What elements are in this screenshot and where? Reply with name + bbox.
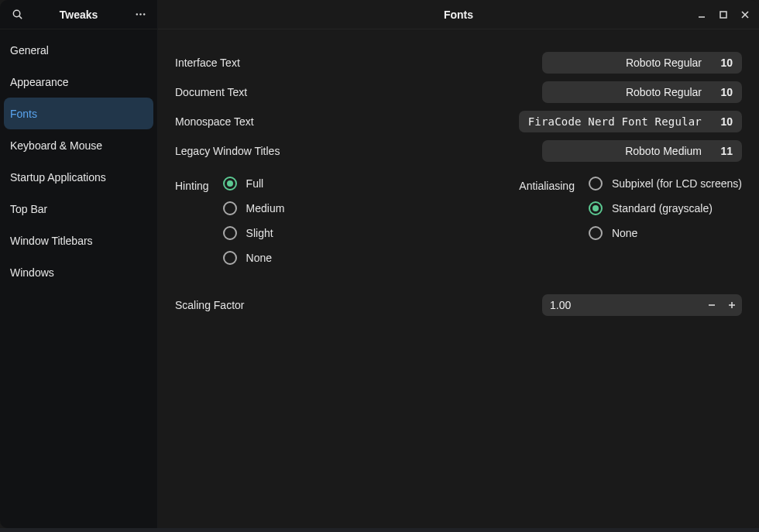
sidebar-list: GeneralAppearanceFontsKeyboard & MouseSt… [0, 29, 157, 288]
font-name: Roboto Regular [626, 57, 702, 69]
plus-icon [727, 300, 737, 310]
radio-section: Hinting FullMediumSlightNone Antialiasin… [175, 177, 742, 265]
window-close-button[interactable] [734, 4, 756, 26]
radio-label: Subpixel (for LCD screens) [612, 177, 742, 190]
svg-line-1 [19, 16, 21, 19]
sidebar-item-label: Windows [10, 266, 54, 279]
font-name: Roboto Medium [625, 145, 702, 157]
window-minimize-icon [696, 9, 707, 20]
hinting-group: FullMediumSlightNone [223, 177, 285, 265]
font-selector-button[interactable]: Roboto Regular10 [542, 81, 742, 103]
sidebar-item-label: General [10, 44, 49, 57]
font-size: 11 [719, 145, 733, 157]
font-selector-button[interactable]: Roboto Regular10 [542, 52, 742, 74]
sidebar-item-label: Startup Applications [10, 171, 106, 184]
scaling-increment-button[interactable] [722, 294, 742, 316]
antialiasing-option[interactable]: None [589, 226, 742, 240]
radio-icon [223, 226, 237, 240]
hinting-option[interactable]: Full [223, 177, 285, 190]
font-name: Roboto Regular [626, 86, 702, 98]
main-pane: Fonts Interface TextRoboto Regular10Docu… [158, 0, 759, 528]
font-row-label: Legacy Window Titles [175, 145, 280, 157]
radio-label: Full [246, 177, 264, 190]
svg-rect-6 [720, 12, 726, 18]
radio-label: Standard (grayscale) [612, 202, 713, 215]
sidebar-item-startup-applications[interactable]: Startup Applications [4, 161, 153, 193]
scaling-factor-value: 1.00 [550, 299, 702, 311]
sidebar-item-label: Fonts [10, 108, 37, 120]
search-icon [12, 9, 23, 20]
search-button[interactable] [6, 4, 28, 26]
radio-label: None [612, 227, 637, 239]
sidebar-item-label: Appearance [10, 76, 69, 88]
more-icon [135, 9, 146, 20]
font-row: Monospace TextFiraCode Nerd Font Regular… [175, 107, 742, 136]
font-size: 10 [719, 86, 733, 98]
svg-point-3 [139, 13, 141, 15]
font-size: 10 [719, 115, 733, 128]
antialiasing-option[interactable]: Subpixel (for LCD screens) [589, 177, 742, 190]
font-selector-button[interactable]: Roboto Medium11 [542, 140, 742, 162]
hinting-option[interactable]: None [223, 251, 285, 265]
hinting-option[interactable]: Slight [223, 226, 285, 240]
radio-label: None [246, 252, 272, 264]
sidebar-item-windows[interactable]: Windows [4, 256, 153, 288]
scaling-row: Scaling Factor 1.00 [175, 294, 742, 316]
antialiasing-option[interactable]: Standard (grayscale) [589, 201, 742, 215]
svg-point-2 [136, 13, 137, 15]
content: Interface TextRoboto Regular10Document T… [158, 29, 759, 316]
sidebar-item-fonts[interactable]: Fonts [4, 98, 153, 129]
window-close-icon [740, 9, 750, 20]
minus-icon [707, 300, 716, 310]
hinting-column: Hinting FullMediumSlightNone [175, 177, 284, 265]
font-selector-button[interactable]: FiraCode Nerd Font Regular10 [519, 111, 742, 132]
sidebar-item-label: Window Titlebars [10, 235, 93, 247]
font-row: Legacy Window TitlesRoboto Medium11 [175, 136, 742, 166]
sidebar-header: Tweaks [0, 0, 157, 29]
sidebar-item-keyboard-mouse[interactable]: Keyboard & Mouse [4, 129, 153, 161]
font-size: 10 [719, 57, 733, 69]
page-title: Fonts [444, 9, 473, 21]
antialiasing-label: Antialiasing [519, 177, 575, 192]
radio-label: Medium [246, 202, 285, 215]
font-row-label: Document Text [175, 86, 247, 98]
window-maximize-icon [718, 9, 729, 20]
more-button[interactable] [129, 4, 151, 26]
radio-icon [223, 177, 237, 190]
radio-icon [589, 177, 603, 190]
font-row-label: Monospace Text [175, 115, 254, 128]
antialiasing-column: Antialiasing Subpixel (for LCD screens)S… [519, 177, 742, 265]
window-controls [691, 4, 759, 26]
scaling-decrement-button[interactable] [702, 294, 722, 316]
radio-icon [589, 201, 603, 215]
app-title: Tweaks [60, 9, 98, 21]
hinting-option[interactable]: Medium [223, 201, 285, 215]
sidebar: Tweaks GeneralAppearanceFontsKeyboard & … [0, 0, 158, 528]
desktop-edge [0, 528, 759, 532]
window-minimize-button[interactable] [691, 4, 713, 26]
svg-point-0 [13, 10, 19, 16]
radio-icon [223, 251, 237, 265]
font-row-label: Interface Text [175, 57, 240, 69]
font-row: Interface TextRoboto Regular10 [175, 48, 742, 77]
radio-label: Slight [246, 227, 273, 239]
font-row: Document TextRoboto Regular10 [175, 77, 742, 107]
window: Tweaks GeneralAppearanceFontsKeyboard & … [0, 0, 759, 528]
main-header: Fonts [158, 0, 759, 29]
scaling-factor-spin[interactable]: 1.00 [542, 294, 742, 316]
radio-icon [589, 226, 603, 240]
radio-icon [223, 201, 237, 215]
window-maximize-button[interactable] [713, 4, 734, 26]
sidebar-item-label: Keyboard & Mouse [10, 139, 102, 152]
scaling-factor-label: Scaling Factor [175, 299, 244, 311]
sidebar-item-window-titlebars[interactable]: Window Titlebars [4, 225, 153, 256]
font-name: FiraCode Nerd Font Regular [528, 115, 702, 128]
sidebar-item-top-bar[interactable]: Top Bar [4, 193, 153, 225]
sidebar-item-label: Top Bar [10, 203, 47, 215]
sidebar-item-appearance[interactable]: Appearance [4, 66, 153, 98]
antialiasing-group: Subpixel (for LCD screens)Standard (gray… [589, 177, 742, 240]
svg-point-4 [143, 13, 144, 15]
sidebar-item-general[interactable]: General [4, 34, 153, 66]
hinting-label: Hinting [175, 177, 209, 192]
